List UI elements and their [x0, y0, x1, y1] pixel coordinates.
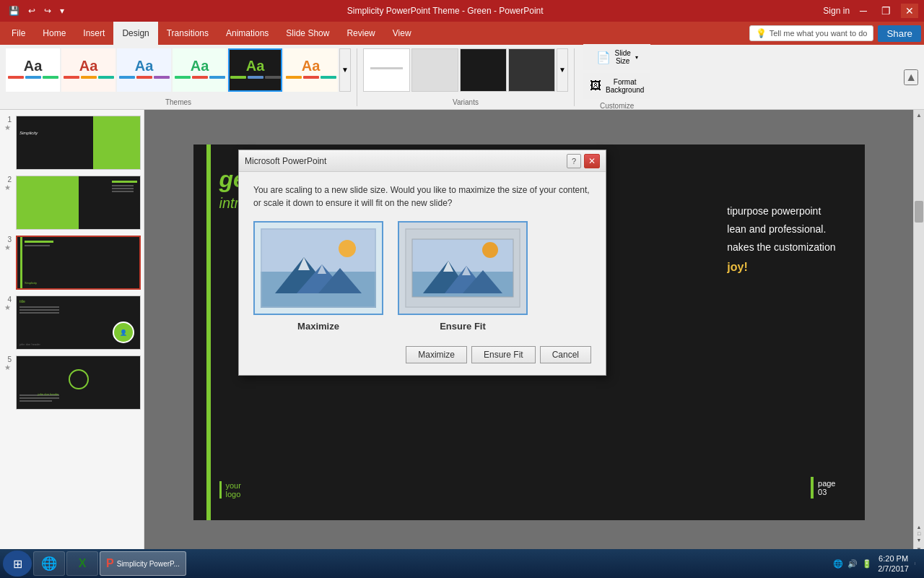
dialog-close-button[interactable]: ✕ [584, 154, 600, 168]
restore-button[interactable]: ❐ [877, 4, 895, 18]
tab-transitions[interactable]: Transitions [158, 22, 217, 45]
collapse-up-icon[interactable]: ▲ [917, 525, 922, 530]
title-bar: 💾 ↩ ↪ ▾ Simplicity PowerPoint Theme - Gr… [0, 0, 924, 22]
themes-label: Themes [165, 98, 191, 106]
collapse-down-icon[interactable]: ▼ [917, 538, 922, 543]
ensure-fit-button[interactable]: Ensure Fit [471, 346, 536, 363]
tab-insert[interactable]: Insert [74, 22, 113, 45]
maximize-button[interactable]: Maximize [406, 346, 467, 363]
undo-button[interactable]: ↩ [25, 4, 38, 17]
dialog-help-button[interactable]: ? [567, 154, 581, 168]
maximize-image [261, 228, 376, 308]
variant-4[interactable] [508, 48, 555, 92]
slide-num-1: 1 [3, 116, 12, 124]
slide-thumb-1[interactable]: 1 ★ Simplicity [3, 116, 141, 170]
variant-scroll-down[interactable]: ▼ [557, 48, 568, 92]
powerpoint-icon: P [106, 557, 114, 570]
variant-2[interactable] [411, 48, 458, 92]
slide-size-button[interactable]: 📄 Slide Size ▾ [583, 44, 650, 70]
slide-thumb-4[interactable]: 4 ★ title 👤 john doe header [3, 296, 141, 350]
collapse-ribbon-button[interactable]: ▲ [904, 69, 918, 85]
themes-section: Aa Aa Aa [6, 48, 357, 106]
share-button[interactable]: Share [878, 25, 921, 42]
page-num: 03 [818, 488, 835, 496]
network-icon: 🌐 [833, 559, 843, 569]
theme-item-1[interactable]: Aa [6, 48, 60, 92]
slide-star-5: ★ [4, 363, 11, 371]
tab-animations[interactable]: Animations [217, 22, 277, 45]
variant-1[interactable] [363, 48, 410, 92]
theme-item-4[interactable]: Aa [173, 48, 227, 92]
scroll-thumb[interactable] [915, 201, 923, 223]
ensurefit-preview [398, 221, 528, 315]
svg-rect-19 [412, 239, 513, 297]
slide-page: page 03 [811, 477, 835, 499]
slide-thumb-2[interactable]: 2 ★ [3, 176, 141, 230]
content-line-1: tipurpose powerpoint [727, 202, 835, 220]
show-desktop-button[interactable] [915, 562, 918, 565]
date-display: 2/7/2017 [878, 564, 909, 574]
slide-thumb-3[interactable]: 3 ★ Simplicity [3, 236, 141, 290]
tab-file[interactable]: File [3, 22, 34, 45]
taskbar-powerpoint[interactable]: P Simplicity PowerP... [100, 551, 186, 576]
customize-label: Customize [600, 102, 634, 110]
taskbar-chrome[interactable]: 🌐 [33, 551, 65, 576]
scroll-up-arrow[interactable]: ▲ [914, 110, 924, 121]
tab-home[interactable]: Home [34, 22, 74, 45]
tell-me-text: Tell me what you want to do [770, 29, 868, 38]
maximize-label: Maximize [297, 321, 339, 332]
variant-3[interactable] [460, 48, 507, 92]
slide-num-2: 2 [3, 176, 12, 184]
dialog: Microsoft PowerPoint ? ✕ You are scaling… [238, 150, 606, 376]
ensurefit-image [405, 228, 520, 308]
tab-view[interactable]: View [384, 22, 420, 45]
variant-gallery: ▼ [363, 48, 568, 92]
minimize-button[interactable]: ─ [855, 4, 871, 18]
expand-icon[interactable]: □ [918, 531, 920, 536]
redo-button[interactable]: ↪ [41, 4, 54, 17]
theme-scroll-down[interactable]: ▼ [339, 48, 351, 92]
dialog-option-maximize[interactable]: Maximize [253, 221, 383, 332]
slide-size-chevron: ▾ [635, 54, 638, 61]
format-background-button[interactable]: 🖼 Format Background [583, 73, 650, 99]
save-button[interactable]: 💾 [6, 4, 22, 17]
start-button[interactable]: ⊞ [3, 551, 32, 577]
slide-size-icon: 📄 [596, 51, 611, 64]
tab-review[interactable]: Review [338, 22, 383, 45]
theme-item-6[interactable]: Aa [284, 48, 338, 92]
variants-label: Variants [453, 98, 479, 106]
slide-star-4: ★ [4, 303, 11, 311]
slide-logo: your logo [219, 481, 241, 499]
tab-slideshow[interactable]: Slide Show [277, 22, 338, 45]
slide-img-4[interactable]: title 👤 john doe header [16, 296, 141, 350]
quick-access-toolbar: 💾 ↩ ↪ ▾ [6, 4, 67, 17]
tab-design[interactable]: Design [113, 22, 157, 45]
theme-item-3[interactable]: Aa [117, 48, 171, 92]
slide-img-3[interactable]: Simplicity [16, 236, 141, 290]
theme-item-5[interactable]: Aa [228, 48, 282, 92]
dialog-footer: Maximize Ensure Fit Cancel [253, 343, 591, 363]
close-button[interactable]: ✕ [901, 4, 918, 18]
title-bar-right: Sign in ─ ❐ ✕ [823, 4, 918, 18]
taskbar-excel[interactable]: X [66, 551, 98, 576]
slide-img-2[interactable] [16, 176, 141, 230]
slide-right-content: tipurpose powerpoint lean and profession… [727, 202, 835, 277]
sign-in-link[interactable]: Sign in [823, 6, 850, 16]
dialog-option-ensurefit[interactable]: Ensure Fit [398, 221, 528, 332]
vertical-scrollbar[interactable]: ▲ ▲ □ ▼ ▼ [913, 110, 924, 555]
slide-logo-text: your logo [219, 481, 241, 499]
window-title: Simplicity PowerPoint Theme - Green - Po… [347, 6, 544, 16]
excel-icon: X [79, 557, 87, 570]
theme-gallery: Aa Aa Aa [6, 48, 351, 92]
theme-item-2[interactable]: Aa [61, 48, 116, 92]
ribbon-content: Aa Aa Aa [0, 45, 924, 110]
cancel-button[interactable]: Cancel [540, 346, 591, 363]
slide-num-3: 3 [3, 236, 12, 243]
customize-qa-button[interactable]: ▾ [57, 4, 67, 17]
slide-img-1[interactable]: Simplicity [16, 116, 141, 170]
taskbar: ⊞ 🌐 X P Simplicity PowerP... 🌐 🔊 🔋 6:20 … [0, 549, 924, 578]
slide-star-1: ★ [4, 124, 11, 131]
tell-me-input[interactable]: 💡 Tell me what you want to do [749, 25, 874, 41]
slide-img-5[interactable]: john doe header [16, 355, 141, 410]
slide-thumb-5[interactable]: 5 ★ john doe header [3, 355, 141, 410]
